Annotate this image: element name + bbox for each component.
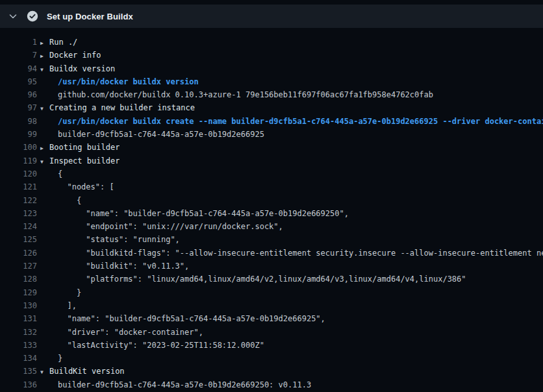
- output-text: {: [49, 167, 62, 180]
- group-title: Creating a new builder instance: [49, 101, 195, 114]
- chevron-down-icon[interactable]: [8, 11, 18, 21]
- line-number[interactable]: 136: [0, 378, 37, 391]
- check-circle-icon: [27, 10, 38, 22]
- log-line: 120{: [0, 167, 543, 180]
- log-group-row[interactable]: 135▼BuildKit version: [0, 365, 543, 378]
- log-line: 127 "buildkit": "v0.11.3",: [0, 260, 543, 273]
- log-group-row[interactable]: 97▼Creating a new builder instance: [0, 101, 543, 114]
- line-number[interactable]: 125: [0, 233, 37, 246]
- log-line: 124 "endpoint": "unix:///var/run/docker.…: [0, 220, 543, 233]
- line-number[interactable]: 127: [0, 260, 37, 273]
- log-line: 126 "buildkitd-flags": "--allow-insecure…: [0, 247, 543, 260]
- log-group-row[interactable]: 7▶Docker info: [0, 49, 543, 62]
- line-number[interactable]: 119: [0, 154, 37, 167]
- output-text: "buildkit": "v0.11.3",: [49, 260, 189, 273]
- log-line: 132 "driver": "docker-container",: [0, 326, 543, 339]
- output-text: "driver": "docker-container",: [49, 326, 203, 339]
- output-text: "buildkitd-flags": "--allow-insecure-ent…: [49, 247, 543, 260]
- log-viewer: 1▶Run ./7▶Docker info94▼Buildx version95…: [0, 28, 543, 391]
- line-number[interactable]: 1: [0, 36, 37, 49]
- log-line: 128 "platforms": "linux/amd64,linux/amd6…: [0, 273, 543, 286]
- line-number[interactable]: 95: [0, 75, 37, 88]
- log-line: 125 "status": "running",: [0, 233, 543, 246]
- log-line: 122 {: [0, 194, 543, 207]
- step-title: Set up Docker Buildx: [47, 12, 133, 21]
- line-number[interactable]: 133: [0, 339, 37, 352]
- group-title: BuildKit version: [49, 365, 125, 378]
- log-line: 96github.com/docker/buildx 0.10.3+azure-…: [0, 88, 543, 101]
- group-title: Inspect builder: [49, 154, 120, 167]
- line-number[interactable]: 134: [0, 352, 37, 365]
- output-text: builder-d9cfb5a1-c764-445a-a57e-0b19d2e6…: [49, 128, 264, 141]
- line-number[interactable]: 130: [0, 299, 37, 312]
- line-number[interactable]: 121: [0, 180, 37, 193]
- group-title: Docker info: [49, 49, 101, 62]
- log-line: 134}: [0, 352, 543, 365]
- log-group-row[interactable]: 100▶Booting builder: [0, 141, 543, 154]
- line-number[interactable]: 97: [0, 101, 37, 114]
- log-line: 121 "nodes": [: [0, 180, 543, 193]
- line-number[interactable]: 131: [0, 312, 37, 325]
- log-line: 98/usr/bin/docker buildx create --name b…: [0, 115, 543, 128]
- output-text: }: [49, 352, 62, 365]
- log-line: 99builder-d9cfb5a1-c764-445a-a57e-0b19d2…: [0, 128, 543, 141]
- log-line: 95/usr/bin/docker buildx version: [0, 75, 543, 88]
- triangle-collapsed-icon[interactable]: ▶: [40, 142, 49, 155]
- line-number[interactable]: 132: [0, 326, 37, 339]
- output-text: ],: [49, 299, 77, 312]
- output-text: {: [49, 194, 81, 207]
- line-number[interactable]: 96: [0, 88, 37, 101]
- line-number[interactable]: 135: [0, 365, 37, 378]
- output-text: "nodes": [: [49, 180, 114, 193]
- output-text: "endpoint": "unix:///var/run/docker.sock…: [49, 220, 283, 233]
- step-header[interactable]: Set up Docker Buildx: [0, 5, 543, 28]
- line-number[interactable]: 122: [0, 194, 37, 207]
- output-text: "status": "running",: [49, 233, 180, 246]
- log-line: 130 ],: [0, 299, 543, 312]
- output-text: builder-d9cfb5a1-c764-445a-a57e-0b19d2e6…: [49, 378, 311, 391]
- line-number[interactable]: 126: [0, 247, 37, 260]
- group-title: Buildx version: [49, 62, 115, 75]
- log-line: 123 "name": "builder-d9cfb5a1-c764-445a-…: [0, 207, 543, 220]
- output-text: "lastActivity": "2023-02-25T11:58:12.000…: [49, 339, 264, 352]
- line-number[interactable]: 99: [0, 128, 37, 141]
- log-line: 131 "name": "builder-d9cfb5a1-c764-445a-…: [0, 312, 543, 325]
- command-text: /usr/bin/docker buildx create --name bui…: [49, 115, 543, 128]
- top-margin: [0, 0, 543, 5]
- output-text: github.com/docker/buildx 0.10.3+azure-1 …: [49, 88, 433, 101]
- log-line: 136builder-d9cfb5a1-c764-445a-a57e-0b19d…: [0, 378, 543, 391]
- line-number[interactable]: 120: [0, 167, 37, 180]
- output-text: "name": "builder-d9cfb5a1-c764-445a-a57e…: [49, 312, 325, 325]
- log-line: 133 "lastActivity": "2023-02-25T11:58:12…: [0, 339, 543, 352]
- group-title: Run ./: [49, 36, 77, 49]
- line-number[interactable]: 128: [0, 273, 37, 286]
- line-number[interactable]: 94: [0, 62, 37, 75]
- triangle-expanded-icon[interactable]: ▼: [40, 64, 49, 77]
- triangle-collapsed-icon[interactable]: ▶: [40, 37, 49, 50]
- log-group-row[interactable]: 1▶Run ./: [0, 36, 543, 49]
- output-text: "platforms": "linux/amd64,linux/amd64/v2…: [49, 273, 466, 286]
- triangle-expanded-icon[interactable]: ▼: [40, 103, 49, 116]
- output-text: "name": "builder-d9cfb5a1-c764-445a-a57e…: [49, 207, 349, 220]
- line-number[interactable]: 124: [0, 220, 37, 233]
- line-number[interactable]: 7: [0, 49, 37, 62]
- output-text: }: [49, 286, 81, 299]
- line-number[interactable]: 98: [0, 115, 37, 128]
- line-number[interactable]: 123: [0, 207, 37, 220]
- group-title: Booting builder: [49, 141, 120, 154]
- line-number[interactable]: 100: [0, 141, 37, 154]
- log-group-row[interactable]: 94▼Buildx version: [0, 62, 543, 75]
- log-group-row[interactable]: 119▼Inspect builder: [0, 154, 543, 167]
- triangle-expanded-icon[interactable]: ▼: [40, 366, 49, 379]
- triangle-expanded-icon[interactable]: ▼: [40, 156, 49, 169]
- triangle-collapsed-icon[interactable]: ▶: [40, 50, 49, 63]
- log-line: 129 }: [0, 286, 543, 299]
- command-text: /usr/bin/docker buildx version: [49, 75, 199, 88]
- line-number[interactable]: 129: [0, 286, 37, 299]
